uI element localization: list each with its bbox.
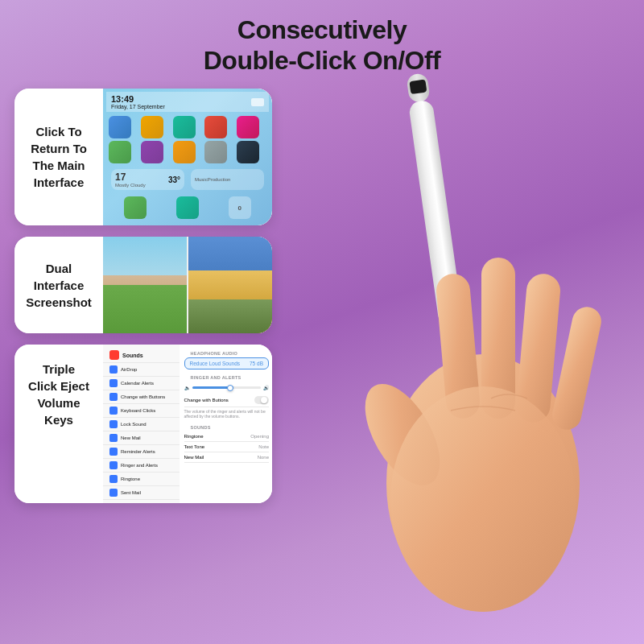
widget-date-container: 17 Mostly Cloudy <box>115 171 146 188</box>
ipad-status-bar: 13:49 Friday, 17 September <box>106 92 269 112</box>
settings-new-mail: New Mail <box>103 431 180 445</box>
card-dual-screenshot: Dual Interface Screenshot <box>14 237 272 333</box>
settings-ringer-alerts: Ringer and Alerts <box>103 459 180 473</box>
ipad-widgets-row: 17 Mostly Cloudy 33° MusicProduction <box>106 166 269 193</box>
dual-screen-container <box>103 237 272 333</box>
settings-screen: Sounds AirDrop Calendar Alerts Chan <box>103 345 272 503</box>
dual-screen-left <box>103 237 187 333</box>
sounds-section-header: SOUNDS <box>184 422 270 431</box>
vol-max-icon: 🔊 <box>263 385 269 390</box>
dual-screen-right <box>188 237 272 333</box>
card3-label-area: Triple Click Eject Volume Keys <box>14 345 103 503</box>
ipad-music-widget: MusicProduction <box>191 169 264 190</box>
card1-label: Click To Return To The Main Interface <box>31 123 87 191</box>
main-container: Consecutively Double-Click On/Off Click … <box>0 0 644 644</box>
volume-slider <box>192 386 262 389</box>
ipad-app-photos <box>237 116 259 138</box>
page-title: Consecutively Double-Click On/Off <box>16 14 628 76</box>
change-buttons-row: Change with Buttons <box>184 394 270 407</box>
settings-lock-sound: Lock Sound <box>103 418 180 431</box>
change-buttons-note: The volume of the ringer and alerts will… <box>184 407 270 422</box>
volume-slider-container: 🔈 🔊 <box>184 382 270 394</box>
ipad-app-3 <box>141 141 163 163</box>
hand-pen-illustration <box>282 64 644 612</box>
change-buttons-toggle <box>254 396 269 404</box>
settings-airdrop: AirDrop <box>103 363 180 377</box>
right-trees <box>188 270 272 299</box>
cards-area: Click To Return To The Main Interface 13… <box>14 89 272 503</box>
ringer-section-header: RINGER AND ALERTS <box>184 372 270 382</box>
right-sky <box>188 237 272 270</box>
calendar-alerts-icon <box>109 379 118 387</box>
settings-left-panel: Sounds AirDrop Calendar Alerts Chan <box>103 345 180 503</box>
sounds-icon <box>109 350 119 360</box>
settings-sent-mail: Sent Mail <box>103 486 180 500</box>
ipad-time-display: 13:49 Friday, 17 September <box>111 94 165 109</box>
hand-svg-group <box>350 258 605 612</box>
ipad-status-icons <box>251 98 264 106</box>
settings-reminder-alerts: Reminder Alerts <box>103 445 180 459</box>
hills-area <box>103 285 187 333</box>
settings-title-row: Sounds <box>103 348 180 363</box>
right-ground <box>188 299 272 333</box>
dock-icon-1 <box>124 196 147 219</box>
ipad-date-widget: 17 Mostly Cloudy 33° <box>111 169 184 190</box>
card1-screenshot: 13:49 Friday, 17 September <box>103 89 272 225</box>
widget-temp: 33° <box>168 175 180 184</box>
ipad-app-textbooks <box>141 116 163 138</box>
ipad-app-calendars <box>204 116 227 138</box>
ipad-app-2 <box>109 141 131 163</box>
hand-pen-svg <box>282 64 644 612</box>
ipad-app-music <box>173 116 196 138</box>
ipad-dock: 0 <box>106 193 269 222</box>
ipad-app-grid <box>106 114 269 166</box>
sent-mail-icon <box>109 489 118 497</box>
ipad-battery-icon <box>251 98 264 106</box>
card2-screenshot <box>103 237 272 333</box>
newmail-row: New Mail None <box>184 452 270 463</box>
svg-point-11 <box>390 386 576 612</box>
sky-area <box>103 237 187 275</box>
texttone-row: Text Tone Note <box>184 442 270 452</box>
keyboard-clicks-icon <box>109 407 118 415</box>
widget-music-label: MusicProduction <box>195 177 230 182</box>
new-mail-icon <box>109 434 118 442</box>
card2-label: Dual Interface Screenshot <box>26 260 92 311</box>
ringer-alerts-icon <box>109 461 118 469</box>
ringtone-row: Ringtone Opening <box>184 431 270 442</box>
dock-icon-3: 0 <box>229 196 251 219</box>
reminder-alerts-icon <box>109 448 118 456</box>
svg-rect-10 <box>550 304 604 432</box>
settings-change-buttons: Change with Buttons <box>103 390 180 404</box>
headphone-section-header: HEADPHONE AUDIO <box>184 348 270 357</box>
settings-calendar-alerts: Calendar Alerts <box>103 377 180 390</box>
ipad-app-6 <box>237 141 259 163</box>
ipad-app-musicprod <box>173 141 196 163</box>
settings-ringtone: Ringtone <box>103 473 180 486</box>
header: Consecutively Double-Click On/Off <box>0 0 644 85</box>
card3-screenshot: Sounds AirDrop Calendar Alerts Chan <box>103 345 272 503</box>
ringtone-icon <box>109 475 118 483</box>
card-return-to-main: Click To Return To The Main Interface 13… <box>14 89 272 225</box>
card2-label-area: Dual Interface Screenshot <box>14 237 103 333</box>
card-triple-click: Triple Click Eject Volume Keys Sounds Ai… <box>14 345 272 503</box>
ipad-screen: 13:49 Friday, 17 September <box>103 89 272 225</box>
settings-keyboard-clicks: Keyboard Clicks <box>103 404 180 418</box>
vol-min-icon: 🔈 <box>184 385 190 390</box>
ipad-app-5 <box>204 141 227 163</box>
ipad-app-notebooks <box>109 116 131 138</box>
airdrop-icon <box>109 365 118 374</box>
card3-label: Triple Click Eject Volume Keys <box>28 361 89 428</box>
card1-label-area: Click To Return To The Main Interface <box>14 89 103 225</box>
reduce-loud-sounds: Reduce Loud Sounds 75 dB <box>184 357 270 369</box>
dock-icon-2 <box>176 196 199 219</box>
lock-sound-icon <box>109 420 118 428</box>
change-buttons-icon <box>109 393 118 401</box>
slider-thumb <box>227 385 233 391</box>
settings-right-panel: HEADPHONE AUDIO Reduce Loud Sounds 75 dB… <box>181 345 273 503</box>
